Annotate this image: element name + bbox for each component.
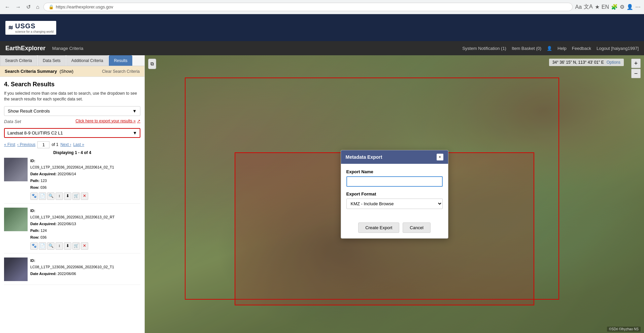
row-label: Row: (30, 185, 39, 189)
back-button[interactable]: ← (3, 3, 11, 11)
date-value: 2022/06/06 (58, 272, 76, 276)
download-icon[interactable]: ⬇ (64, 242, 71, 250)
reload-button[interactable]: ↺ (25, 2, 32, 11)
preview-icon[interactable]: 🔍 (47, 242, 55, 250)
dataset-value: Landsat 8-9 OLI/TIRS C2 L1 (7, 130, 63, 135)
export-format-label: Export Format (346, 191, 443, 196)
nav-right: System Notification (1) Item Basket (0) … (462, 46, 639, 51)
account-icon[interactable]: 👤 (547, 46, 552, 51)
download-icon[interactable]: ⬇ (64, 192, 71, 200)
id-label: ID: (30, 209, 35, 213)
app-header: ≋ USGS science for a changing world (0, 14, 644, 41)
home-button[interactable]: ⌂ (35, 3, 41, 11)
result-thumbnail (4, 258, 28, 281)
order-icon[interactable]: 🛒 (72, 242, 80, 250)
metadata-icon[interactable]: 📄 (39, 192, 46, 200)
id-label: ID: (30, 259, 35, 263)
date-value: 2022/06/13 (58, 222, 76, 226)
item-basket-link[interactable]: Item Basket (0) (512, 46, 541, 51)
tab-results[interactable]: Results (109, 55, 132, 66)
usgs-wave-icon: ≋ (8, 24, 13, 31)
tab-search-criteria[interactable]: Search Criteria (0, 55, 37, 66)
modal-overlay: Metadata Export × Export Name Export For… (145, 55, 644, 333)
path-value: 123 (41, 179, 47, 183)
help-link[interactable]: Help (557, 46, 567, 51)
left-content: 4. Search Results If you selected more t… (0, 77, 144, 333)
result-info: ID: LC08_L1TP_123036_20220606_20220610_0… (30, 258, 140, 281)
footprint-icon[interactable]: 🐾 (30, 242, 38, 250)
clear-search-criteria-link[interactable]: Clear Search Criteria (102, 69, 140, 74)
chevron-down-icon: ▼ (132, 109, 137, 114)
more-icon[interactable]: ⋯ (635, 4, 641, 10)
nav-bar: EarthExplorer Manage Criteria System Not… (0, 41, 644, 55)
summary-title: Search Criteria Summary (Show) (5, 69, 73, 74)
id-label: ID: (30, 159, 35, 163)
page-number-input[interactable] (37, 141, 49, 148)
pagination: « First ‹ Previous of 1 Next › Last » (4, 141, 140, 148)
date-label: Date Acquired: (30, 172, 57, 176)
create-export-button[interactable]: Create Export (358, 222, 399, 233)
translate-icon[interactable]: 文A (584, 3, 593, 10)
result-actions: 🐾 📄 🔍 ↕ ⬇ 🛒 ✕ (30, 192, 140, 200)
result-item: ID: LC08_L1TP_123036_20220606_20220610_0… (4, 258, 140, 285)
of-total-pages: of 1 (52, 142, 58, 147)
date-label: Date Acquired: (30, 272, 57, 276)
address-bar[interactable]: 🔒 https://earthexplorer.usgs.gov (43, 3, 573, 11)
summary-title-text: Search Criteria Summary (5, 69, 57, 74)
manage-criteria-link[interactable]: Manage Criteria (52, 46, 83, 51)
export-format-field: Export Format KMZ - Include Browse KMZ C… (346, 191, 443, 209)
result-info: ID: LC09_L1TP_123036_20220614_20220614_0… (30, 158, 140, 200)
show-result-controls-dropdown[interactable]: Show Result Controls ▼ (4, 106, 140, 116)
modal-close-button[interactable]: × (437, 154, 443, 160)
profile-icon[interactable]: EN (602, 4, 609, 10)
export-name-label: Export Name (346, 169, 443, 174)
url-text: https://earthexplorer.usgs.gov (56, 4, 113, 9)
export-results-link[interactable]: Click here to export your results » ↗ (75, 119, 140, 123)
order-icon[interactable]: 🛒 (72, 192, 80, 200)
path-label: Path: (30, 179, 40, 183)
logout-link[interactable]: Logout [haiyang1997] (597, 46, 639, 51)
result-count: Displaying 1 - 4 of 4 (4, 150, 140, 155)
first-page-link[interactable]: « First (4, 142, 15, 147)
metadata-icon[interactable]: 📄 (39, 242, 46, 250)
browser-toolbar: Aa 文A ★ EN 🧩 ⚙ 👤 ⋯ (575, 3, 641, 10)
next-page-link[interactable]: Next › (60, 142, 71, 147)
result-thumbnail (4, 208, 28, 231)
tab-additional-criteria[interactable]: Additional Criteria (66, 55, 108, 66)
dataset-label: Data Set (4, 119, 21, 124)
feedback-link[interactable]: Feedback (572, 46, 591, 51)
id-value: LC08_L1TP_124036_20220613_20220613_02_RT (30, 214, 140, 221)
favorites-icon[interactable]: ★ (595, 4, 600, 10)
usgs-logo: ≋ USGS science for a changing world (5, 21, 56, 35)
settings-icon[interactable]: ⚙ (620, 4, 624, 10)
exclude-icon[interactable]: ✕ (81, 242, 88, 250)
system-notification-link[interactable]: System Notification (1) (462, 46, 506, 51)
extensions-icon[interactable]: 🧩 (611, 4, 618, 10)
cancel-button[interactable]: Cancel (403, 222, 430, 233)
browser-chrome: ← → ↺ ⌂ 🔒 https://earthexplorer.usgs.gov… (0, 0, 644, 14)
result-thumbnail (4, 158, 28, 181)
previous-page-link[interactable]: ‹ Previous (17, 142, 35, 147)
path-value: 124 (41, 229, 47, 233)
tab-data-sets[interactable]: Data Sets (38, 55, 66, 66)
dataset-dropdown[interactable]: Landsat 8-9 OLI/TIRS C2 L1 ▼ (4, 128, 140, 138)
dataset-chevron-icon: ▼ (133, 130, 137, 135)
compare-icon[interactable]: ↕ (56, 242, 63, 250)
preview-icon[interactable]: 🔍 (47, 192, 55, 200)
date-label: Date Acquired: (30, 222, 57, 226)
modal-header: Metadata Export × (341, 150, 448, 164)
compare-icon[interactable]: ↕ (56, 192, 63, 200)
summary-show-link[interactable]: (Show) (60, 69, 73, 74)
export-icon: ↗ (137, 119, 140, 123)
export-name-input[interactable] (346, 176, 443, 187)
exclude-icon[interactable]: ✕ (81, 192, 88, 200)
result-info: ID: LC08_L1TP_124036_20220613_20220613_0… (30, 208, 140, 250)
last-page-link[interactable]: Last » (73, 142, 84, 147)
export-format-select[interactable]: KMZ - Include Browse KMZ CSV JSON (346, 199, 443, 209)
footprint-icon[interactable]: 🐾 (30, 192, 38, 200)
metadata-export-modal: Metadata Export × Export Name Export For… (341, 150, 448, 239)
forward-button[interactable]: → (14, 3, 22, 11)
row-value: 036 (40, 235, 46, 239)
user-avatar-icon[interactable]: 👤 (626, 4, 633, 10)
read-mode-icon[interactable]: Aa (575, 4, 582, 10)
